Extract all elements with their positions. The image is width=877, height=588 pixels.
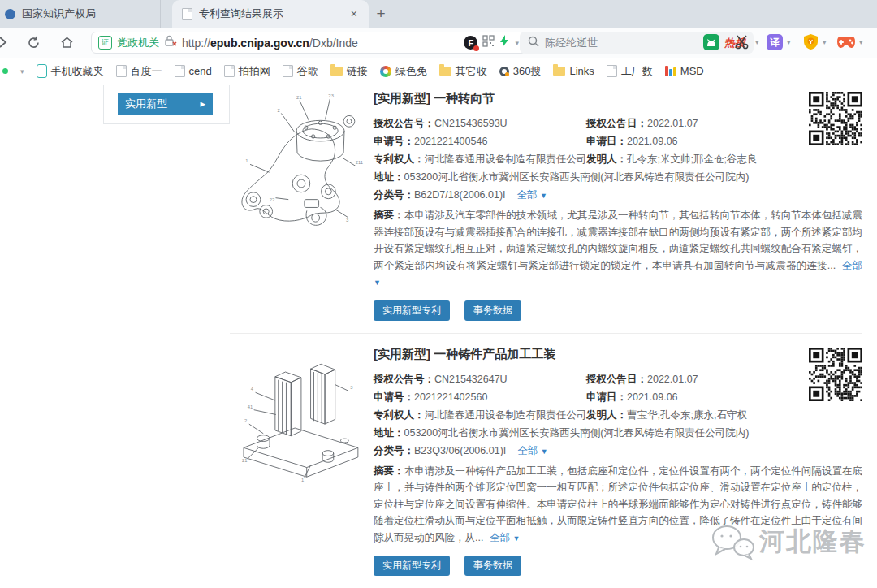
- bookmark-mobile-favorites[interactable]: 手机收藏夹: [37, 64, 104, 79]
- tab-bar: 国家知识产权局 专利查询结果展示 × +: [0, 0, 877, 28]
- qr-code: [809, 92, 862, 145]
- home-icon[interactable]: [60, 36, 74, 53]
- field-label: 专利权人：: [374, 409, 425, 421]
- bookmark-360search[interactable]: 360搜: [499, 64, 542, 79]
- svg-text:211: 211: [356, 160, 363, 165]
- bookmarks-chevron-icon[interactable]: ▾: [20, 67, 24, 76]
- patent-fields: 授权公告号：CN215432647U 授权公告日：2022.01.07 申请号：…: [374, 370, 862, 424]
- field-label: 发明人：: [586, 409, 627, 421]
- transaction-data-button[interactable]: 事务数据: [464, 300, 521, 321]
- flash-plugin-icon[interactable]: F: [464, 36, 477, 50]
- field-label: 申请日：: [586, 391, 627, 403]
- insecure-lock-icon[interactable]: [164, 35, 177, 50]
- patent-title[interactable]: [实用新型] 一种铸件产品加工工装: [374, 347, 862, 362]
- 360-icon: [499, 67, 509, 76]
- speed-mode-icon[interactable]: [499, 35, 510, 50]
- field-value: CN215436593U: [434, 118, 508, 129]
- page-icon: [224, 65, 235, 77]
- gov-site-badge-icon: 证: [98, 36, 112, 50]
- folder-icon: [330, 67, 343, 76]
- field-label: 发明人：: [586, 153, 627, 165]
- site-category-label: 党政机关: [117, 36, 159, 50]
- bookmark-green[interactable]: 绿色免: [380, 64, 427, 79]
- omnibox-search-input[interactable]: 陈经纶逝世: [545, 36, 704, 50]
- chevron-down-icon[interactable]: ▾: [515, 39, 519, 47]
- page-icon: [283, 65, 293, 77]
- forward-icon[interactable]: [0, 36, 9, 52]
- url-text[interactable]: http://epub.cnipa.gov.cn/Dxb/Inde: [182, 37, 358, 50]
- address-bar[interactable]: 证 党政机关 http://epub.cnipa.gov.cn/Dxb/Inde…: [91, 32, 526, 54]
- game-center-icon[interactable]: [836, 36, 856, 52]
- patent-title[interactable]: [实用新型] 一种转向节: [374, 91, 862, 106]
- patent-drawing-casting-fixture[interactable]: 4412 2113: [230, 345, 374, 577]
- qr-share-icon[interactable]: [482, 35, 495, 50]
- field-value: 曹宝华;孔令东;康永;石守权: [627, 409, 747, 421]
- screenshot-scissors-icon[interactable]: [735, 35, 750, 53]
- field-value: 2022.01.07: [647, 374, 698, 385]
- caret-down-icon: ▼: [541, 447, 548, 456]
- tab-cnipa[interactable]: 国家知识产权局: [0, 0, 161, 28]
- patent-result-item: 22123 2111223 [实用新型] 一种转向节 授权公告号：CN21543…: [230, 89, 862, 321]
- svg-text:2: 2: [277, 108, 279, 113]
- chevron-down-icon[interactable]: ▾: [859, 38, 863, 46]
- bookmark-links-folder[interactable]: 链接: [330, 64, 368, 79]
- patent-drawing-steering-knuckle[interactable]: 22123 2111223: [230, 89, 374, 321]
- all-classes-link[interactable]: 全部: [517, 445, 538, 456]
- bookmarks-bar: ▾ 手机收藏夹 百度一 cend 拍拍网 谷歌 链接 绿色免 其它收 360搜 …: [0, 58, 877, 84]
- chevron-down-icon[interactable]: ▾: [787, 38, 791, 46]
- close-tab-icon[interactable]: ×: [349, 7, 359, 20]
- search-icon: [528, 36, 539, 50]
- field-label: 授权公告日：: [586, 374, 647, 385]
- chevron-down-icon[interactable]: ▾: [823, 38, 827, 46]
- address-row: 地址：053200河北省衡水市冀州区长安路西头南侧(河北春风铸造有限责任公司院内…: [374, 424, 862, 442]
- wallet-shield-icon[interactable]: [802, 33, 819, 54]
- abstract-more-link[interactable]: 全部: [490, 532, 510, 543]
- bookmark-google[interactable]: 谷歌: [283, 64, 318, 79]
- bookmark-paipai[interactable]: 拍拍网: [224, 64, 270, 79]
- bookmark-factory[interactable]: 工厂数: [607, 64, 653, 79]
- document-favicon: [182, 8, 192, 20]
- bookmark-msd[interactable]: MSD: [665, 65, 704, 77]
- page-icon: [175, 65, 185, 77]
- field-value: CN215432647U: [434, 374, 508, 385]
- field-label: 申请日：: [586, 136, 627, 147]
- chevron-down-icon[interactable]: ▾: [755, 38, 759, 46]
- bookmark-links2-folder[interactable]: Links: [553, 65, 594, 77]
- translate-icon[interactable]: 译: [767, 34, 783, 50]
- pinwheel-icon: [380, 66, 391, 77]
- all-classes-link[interactable]: 全部: [517, 189, 538, 201]
- reload-icon[interactable]: [27, 36, 41, 53]
- utility-patent-button[interactable]: 实用新型专利: [374, 300, 450, 321]
- address-row: 地址：053200河北省衡水市冀州区长安路西头南侧(河北春风铸造有限责任公司院内…: [374, 168, 862, 186]
- utility-patent-button[interactable]: 实用新型专利: [374, 556, 450, 576]
- new-tab-button[interactable]: +: [369, 0, 393, 28]
- field-label: 授权公告号：: [374, 118, 434, 129]
- field-value: 孔令东;米文帅;邢金仓;谷志良: [627, 153, 757, 165]
- arrow-right-icon: ▸: [200, 97, 205, 110]
- reader-icon[interactable]: [703, 34, 719, 50]
- svg-text:2: 2: [244, 418, 247, 423]
- tab-title: 国家知识产权局: [22, 6, 150, 21]
- field-label: 专利权人：: [374, 153, 425, 165]
- field-value: 2021.09.06: [627, 136, 678, 147]
- bookmark-other-folder[interactable]: 其它收: [439, 64, 487, 79]
- filter-panel: 实用新型▸: [103, 85, 230, 124]
- transaction-data-button[interactable]: 事务数据: [464, 556, 521, 576]
- qr-code: [809, 348, 862, 401]
- bookmark-baidu[interactable]: 百度一: [116, 64, 162, 79]
- svg-text:3: 3: [346, 218, 349, 223]
- abstract-more-link[interactable]: 全部: [842, 260, 862, 271]
- field-value: 河北隆春通用设备制造有限责任公司: [425, 409, 587, 421]
- filter-utility-model-button[interactable]: 实用新型▸: [118, 93, 213, 115]
- field-value: 2022.01.07: [647, 118, 698, 129]
- svg-text:1: 1: [301, 478, 304, 482]
- patent-fields: 授权公告号：CN215436593U 授权公告日：2022.01.07 申请号：…: [374, 115, 862, 168]
- classification-row: 分类号：B23Q3/06(2006.01)I全部 ▼: [374, 442, 862, 460]
- cnipa-favicon: [5, 9, 15, 19]
- classification-row: 分类号：B62D7/18(2006.01)I全部 ▼: [374, 186, 862, 205]
- tab-patent-results[interactable]: 专利查询结果展示 ×: [172, 0, 369, 28]
- bookmark-cend[interactable]: cend: [175, 65, 212, 77]
- page-icon: [607, 65, 617, 77]
- caret-down-icon: ▼: [540, 192, 547, 200]
- results-list: 22123 2111223 [实用新型] 一种转向节 授权公告号：CN21543…: [230, 89, 862, 588]
